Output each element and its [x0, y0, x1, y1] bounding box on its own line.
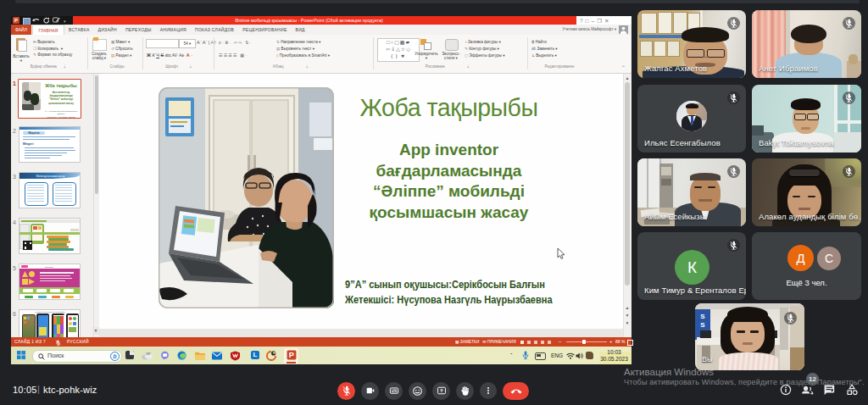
svg-text:P: P [288, 351, 293, 359]
svg-text:19°: 19° [146, 352, 152, 356]
